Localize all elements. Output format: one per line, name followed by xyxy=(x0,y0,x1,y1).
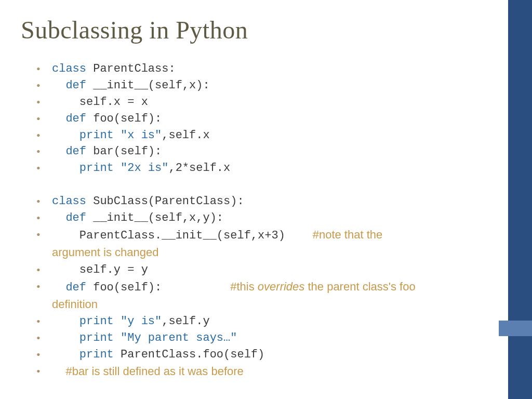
code-line: print "My parent says…" xyxy=(36,330,478,347)
code-line: print "x is",self.x xyxy=(36,127,478,144)
code-listing: class ParentClass: def __init__(self,x):… xyxy=(21,61,478,381)
code-line: def foo(self): xyxy=(36,111,478,127)
code-line: print "2x is",2*self.x xyxy=(36,160,478,177)
page-title: Subclassing in Python xyxy=(21,16,478,44)
code-line: def __init__(self,x,y): xyxy=(36,210,478,227)
code-line: self.y = y xyxy=(36,262,478,278)
code-line: self.x = x xyxy=(36,94,478,111)
side-accent-decor xyxy=(499,321,532,336)
code-line: class SubClass(ParentClass): xyxy=(36,193,478,210)
code-line: ParentClass.__init__(self,x+3) #note tha… xyxy=(36,227,478,262)
code-line: def foo(self): #this overrides the paren… xyxy=(36,278,478,314)
code-line: def __init__(self,x): xyxy=(36,77,478,94)
blank-line xyxy=(36,177,478,193)
code-line: def bar(self): xyxy=(36,143,478,160)
code-line: print ParentClass.foo(self) xyxy=(36,347,478,363)
code-line: #bar is still defined as it was before xyxy=(36,363,478,381)
side-stripe-decor xyxy=(508,0,532,399)
code-line: print "y is",self.y xyxy=(36,313,478,330)
slide: Subclassing in Python class ParentClass:… xyxy=(0,0,499,399)
code-line: class ParentClass: xyxy=(36,61,478,77)
